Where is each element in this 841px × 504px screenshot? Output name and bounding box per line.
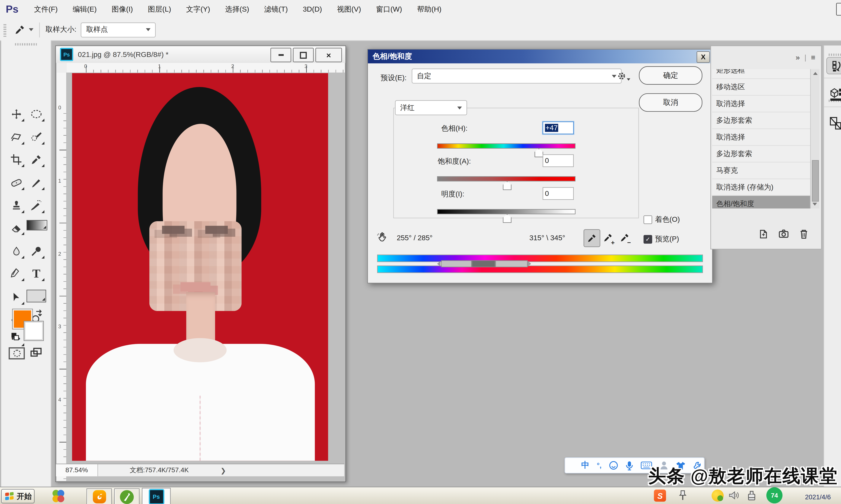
tray-volume-icon[interactable] [728, 490, 740, 501]
menu-type[interactable]: 文字(Y) [178, 0, 218, 19]
channel-dropdown[interactable]: 洋红 [395, 100, 467, 115]
preset-dropdown[interactable]: 自定 [412, 69, 622, 84]
range-falloff-right-handle[interactable] [495, 260, 528, 267]
horizontal-ruler[interactable]: 0 1 2 3 [66, 63, 345, 73]
scroll-down-icon[interactable] [812, 203, 817, 205]
hue-input[interactable]: +47 [543, 122, 574, 134]
blur-tool[interactable] [7, 242, 25, 260]
scroll-up-icon[interactable] [813, 72, 817, 75]
menu-image[interactable]: 图像(I) [104, 0, 140, 19]
history-item[interactable]: 移动选区 [712, 79, 810, 95]
eyedropper-tool-icon[interactable] [15, 24, 25, 35]
tray-battery-percent-badge[interactable]: 74 [766, 487, 783, 503]
menu-select[interactable]: 选择(S) [218, 0, 257, 19]
hue-slider-track[interactable] [437, 143, 576, 149]
on-image-adjust-hand-icon[interactable] [376, 231, 388, 243]
range-falloff-left-handle[interactable] [441, 260, 472, 267]
history-brush-tool[interactable] [28, 197, 45, 214]
menu-3d[interactable]: 3D(D) [295, 0, 329, 19]
lightness-slider-track[interactable] [437, 209, 576, 214]
colorize-checkbox[interactable] [643, 215, 652, 224]
taskbar-photoshop-button-active[interactable]: Ps [142, 488, 171, 504]
menu-help[interactable]: 帮助(H) [410, 0, 449, 19]
lasso-tool[interactable] [7, 128, 25, 146]
3d-panel-icon[interactable] [829, 87, 841, 102]
move-tool[interactable] [7, 105, 25, 123]
healing-brush-tool[interactable] [7, 174, 25, 191]
history-item[interactable]: 取消选择 [712, 95, 810, 112]
eyedropper-tool[interactable] [28, 151, 45, 168]
range-right-triangle[interactable] [528, 261, 531, 267]
ime-emoji-icon[interactable] [609, 461, 618, 470]
menu-view[interactable]: 视图(V) [329, 0, 368, 19]
clone-source-panel-icon[interactable] [829, 116, 841, 131]
taskbar-colorpicker-app-icon[interactable] [51, 489, 66, 504]
menu-file[interactable]: 文件(F) [27, 0, 65, 19]
background-color-swatch[interactable] [24, 321, 43, 340]
ime-punctuation-mode[interactable]: °, [597, 461, 601, 469]
preset-options-gear-icon[interactable] [617, 71, 626, 80]
default-colors-icon[interactable] [11, 332, 19, 341]
options-grip[interactable] [3, 23, 6, 36]
history-item-selected[interactable]: 色相/饱和度 [712, 196, 810, 209]
swap-colors-icon[interactable] [35, 309, 43, 317]
gradient-tool[interactable] [27, 220, 47, 231]
history-item[interactable]: 马赛克 [712, 162, 810, 179]
taskbar-uc-browser-button[interactable] [86, 488, 112, 504]
scrollbar-thumb[interactable] [812, 160, 819, 202]
document-title-bar[interactable]: Ps 021.jpg @ 87.5%(RGB/8#) * × [56, 46, 345, 63]
tray-usb-icon[interactable] [746, 489, 757, 502]
range-center-handle[interactable] [471, 260, 495, 267]
menu-filter[interactable]: 滤镜(T) [257, 0, 295, 19]
sample-size-dropdown[interactable]: 取样点 [81, 22, 156, 37]
taskbar-coreldraw-button[interactable] [114, 488, 140, 504]
history-item[interactable]: 矩形选框 [712, 69, 810, 79]
history-item[interactable]: 多边形套索 [712, 112, 810, 129]
tray-antivirus-icon[interactable] [711, 489, 724, 502]
panel-menu-icon[interactable]: ≡ [811, 53, 816, 61]
dialog-title-bar[interactable]: 色相/饱和度 X [368, 50, 712, 63]
history-item[interactable]: 取消选择 (存储为) [712, 179, 810, 196]
eyedropper-sample-button[interactable] [583, 229, 600, 247]
menu-edit[interactable]: 编辑(E) [65, 0, 104, 19]
zoom-level-field[interactable]: 87.54% [56, 464, 98, 476]
pen-tool[interactable] [7, 265, 25, 282]
doc-close-button[interactable]: × [315, 48, 342, 62]
marquee-tool[interactable] [28, 105, 45, 123]
cancel-button[interactable]: 取消 [639, 93, 702, 112]
history-scrollbar[interactable] [810, 69, 820, 209]
canvas-area[interactable] [66, 73, 345, 481]
crop-tool[interactable] [7, 151, 25, 168]
menu-window[interactable]: 窗口(W) [368, 0, 410, 19]
range-left-triangle[interactable] [437, 261, 441, 267]
ruler-origin[interactable] [56, 63, 67, 73]
menu-layer[interactable]: 图层(L) [140, 0, 178, 19]
preview-checkbox[interactable]: ✓ [643, 235, 652, 244]
quick-mask-button[interactable] [8, 347, 25, 359]
type-tool[interactable]: T [28, 265, 45, 282]
lightness-input[interactable]: 0 [543, 187, 574, 200]
path-selection-tool[interactable] [7, 289, 25, 306]
history-item[interactable]: 取消选择 [712, 129, 810, 146]
clone-stamp-tool[interactable] [7, 197, 25, 214]
rectangle-tool[interactable] [27, 290, 46, 302]
brush-tool[interactable] [28, 174, 45, 191]
tool-preset-caret-icon[interactable] [29, 28, 33, 31]
delete-state-trash-icon[interactable] [799, 229, 809, 239]
doc-maximize-button[interactable] [293, 48, 314, 62]
photo-id-portrait[interactable] [72, 73, 328, 461]
ime-voice-icon[interactable] [626, 461, 633, 470]
dialog-close-button[interactable]: X [697, 51, 710, 63]
doc-minimize-button[interactable] [271, 48, 291, 62]
quick-selection-tool[interactable] [28, 128, 45, 146]
eyedropper-subtract-button[interactable]: − [617, 229, 633, 246]
history-item[interactable]: 多边形套索 [712, 146, 810, 162]
toolbar-grip[interactable] [15, 43, 37, 46]
ok-button[interactable]: 确定 [639, 66, 702, 85]
start-button[interactable]: 开始 [1, 489, 35, 504]
screen-mode-button[interactable] [30, 346, 43, 359]
saturation-input[interactable]: 0 [543, 155, 574, 167]
new-snapshot-camera-icon[interactable] [778, 229, 789, 239]
collapse-panel-icon[interactable]: » [795, 53, 800, 61]
new-document-from-state-icon[interactable] [758, 229, 768, 239]
